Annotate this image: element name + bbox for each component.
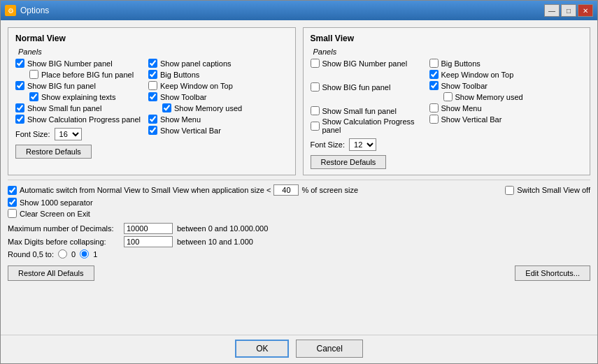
small-view-group: Small View Panels Show BIG Number panel … (303, 27, 591, 175)
bottom-section: Automatic switch from Normal View to Sma… (8, 180, 590, 281)
max-decimals-label: Maximum number of Decimals: (8, 224, 120, 233)
normal-show-calc-row: Show Calculation Progress panel (15, 115, 141, 124)
normal-show-toolbar-label: Show Toolbar (160, 93, 206, 101)
small-show-small-fun-cb[interactable] (311, 106, 320, 115)
auto-switch-label-after: % of screen size (301, 186, 358, 194)
max-digits-label: Max Digits before collapsing: (8, 238, 120, 246)
title-buttons: — □ ✕ (544, 4, 593, 17)
small-show-memory-row: Show Memory used (443, 92, 583, 101)
main-content: Normal View Panels Show BIG Number panel… (1, 20, 597, 335)
small-show-big-number-cb[interactable] (311, 59, 320, 68)
close-button[interactable]: ✕ (578, 4, 593, 17)
small-panels-label: Panels (313, 48, 583, 56)
small-col2: Big Buttons Keep Window on Top Show Tool… (429, 59, 583, 169)
max-decimals-input[interactable] (124, 223, 173, 234)
normal-big-buttons-cb[interactable] (148, 70, 157, 79)
normal-view-inner: Show BIG Number panel Place before BIG f… (15, 59, 288, 159)
small-show-memory-cb[interactable] (443, 92, 453, 101)
small-show-big-fun-row: Show BIG fun panel (311, 82, 422, 92)
normal-show-memory-label: Show Memory used (174, 104, 242, 112)
small-keep-window-label: Keep Window on Top (441, 71, 514, 79)
small-show-small-fun-row: Show Small fun panel (311, 106, 422, 115)
normal-show-big-number-label: Show BIG Number panel (27, 59, 113, 68)
round-row: Round 0,5 to: 0 1 (8, 249, 590, 259)
normal-place-before-cb[interactable] (29, 70, 38, 79)
normal-big-buttons-label: Big Buttons (160, 71, 199, 79)
normal-show-small-fun-cb[interactable] (15, 103, 24, 112)
round-0-label: 0 (71, 250, 76, 259)
window-title: Options (20, 6, 49, 15)
round-1-label: 1 (93, 250, 97, 259)
small-show-calc-label: Show Calculation Progress panel (322, 117, 422, 134)
normal-keep-window-cb[interactable] (148, 81, 157, 90)
small-view-title: Small View (311, 34, 583, 43)
normal-panels-label: Panels (18, 48, 288, 56)
view-panels: Normal View Panels Show BIG Number panel… (8, 27, 590, 175)
normal-place-before-label: Place before BIG fun panel (41, 71, 134, 79)
small-font-select[interactable]: 810121416182024 (349, 138, 376, 151)
small-show-menu-label: Show Menu (441, 104, 482, 112)
normal-show-menu-cb[interactable] (148, 115, 157, 124)
normal-show-calc-cb[interactable] (15, 115, 24, 124)
normal-show-explaining-row: Show explaining texts (29, 92, 141, 101)
show-1000-row: Show 1000 separator (8, 198, 590, 207)
round-1-radio[interactable] (80, 249, 89, 259)
edit-shortcuts-button[interactable]: Edit Shortcuts... (515, 265, 590, 281)
normal-show-small-fun-label: Show Small fun panel (27, 104, 101, 112)
normal-show-small-fun-row: Show Small fun panel (15, 103, 141, 112)
normal-col2: Show panel captions Big Buttons Keep Win… (148, 59, 288, 159)
maximize-button[interactable]: □ (561, 4, 576, 17)
normal-show-menu-label: Show Menu (160, 115, 201, 124)
ok-button[interactable]: OK (235, 340, 289, 358)
small-show-small-fun-label: Show Small fun panel (322, 107, 397, 115)
normal-keep-window-row: Keep Window on Top (148, 81, 288, 90)
minimize-button[interactable]: — (544, 4, 560, 17)
footer-row: Restore All Defauls Edit Shortcuts... (8, 263, 590, 281)
normal-panel-captions-cb[interactable] (148, 59, 157, 68)
small-show-calc-row: Show Calculation Progress panel (311, 117, 422, 134)
auto-switch-row: Automatic switch from Normal View to Sma… (8, 184, 590, 196)
small-show-memory-label: Show Memory used (455, 93, 523, 101)
small-show-menu-cb[interactable] (429, 103, 439, 112)
normal-font-label: Font Size: (15, 130, 50, 138)
title-bar-left: ⚙ Options (5, 5, 49, 16)
normal-show-vertical-row: Show Vertical Bar (148, 126, 288, 135)
normal-show-menu-row: Show Menu (148, 115, 288, 124)
max-digits-input[interactable] (124, 236, 173, 247)
small-show-vertical-cb[interactable] (429, 115, 439, 124)
round-0-radio[interactable] (58, 249, 67, 259)
cancel-button[interactable]: Cancel (296, 340, 362, 358)
normal-show-big-fun-label: Show BIG fun panel (27, 82, 96, 90)
small-show-big-fun-label: Show BIG fun panel (322, 83, 391, 92)
normal-font-select[interactable]: 810121416182024 (55, 128, 82, 140)
small-show-big-fun-cb[interactable] (311, 82, 320, 92)
small-show-calc-cb[interactable] (311, 122, 320, 131)
title-bar: ⚙ Options — □ ✕ (1, 1, 597, 20)
normal-restore-button[interactable]: Restore Defauls (15, 145, 92, 159)
max-digits-hint: between 10 and 1.000 (177, 238, 253, 246)
normal-show-big-number-cb[interactable] (15, 59, 24, 68)
normal-show-explaining-cb[interactable] (29, 92, 38, 101)
normal-show-memory-cb[interactable] (162, 103, 171, 112)
clear-screen-cb[interactable] (8, 209, 17, 218)
normal-keep-window-label: Keep Window on Top (160, 82, 233, 90)
normal-show-vertical-cb[interactable] (148, 126, 157, 135)
max-decimals-hint: between 0 and 10.000.000 (177, 224, 268, 233)
small-restore-button[interactable]: Restore Defauls (311, 155, 387, 169)
show-1000-cb[interactable] (8, 198, 17, 207)
normal-show-toolbar-cb[interactable] (148, 92, 157, 101)
small-big-buttons-cb[interactable] (429, 59, 439, 68)
small-keep-window-cb[interactable] (429, 70, 439, 79)
switch-small-off-label: Switch Small View off (517, 186, 590, 194)
switch-small-off-cb[interactable] (505, 186, 514, 195)
auto-switch-cb[interactable] (8, 186, 17, 195)
restore-all-button[interactable]: Restore All Defauls (8, 265, 94, 281)
auto-switch-label-before: Automatic switch from Normal View to Sma… (20, 186, 271, 194)
normal-show-toolbar-row: Show Toolbar (148, 92, 288, 101)
normal-show-big-fun-cb[interactable] (15, 81, 24, 90)
auto-switch-value[interactable] (273, 184, 299, 196)
normal-panel-captions-label: Show panel captions (160, 59, 232, 68)
max-digits-row: Max Digits before collapsing: between 10… (8, 236, 590, 247)
small-show-toolbar-cb[interactable] (429, 81, 439, 90)
show-1000-label: Show 1000 separator (20, 198, 93, 207)
